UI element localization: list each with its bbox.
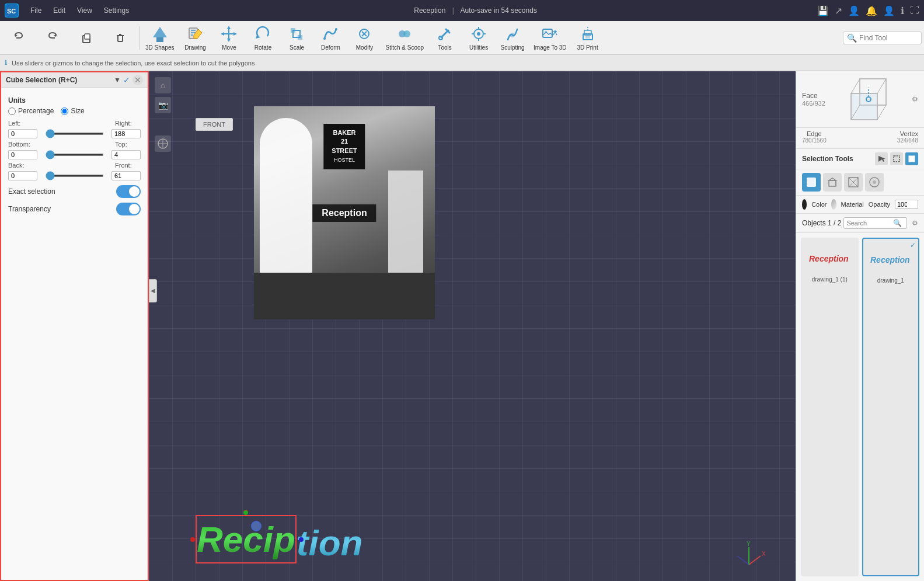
- objects-grid: Reception drawing_1 (1) ✓ Reception draw…: [796, 233, 924, 581]
- svg-text:SC: SC: [7, 8, 16, 15]
- transform-gizmo[interactable]: [251, 521, 261, 531]
- ctrl-dot-right[interactable]: [299, 537, 304, 542]
- share-icon[interactable]: ↗: [835, 5, 842, 16]
- find-tool-area[interactable]: 🔍: [843, 32, 922, 44]
- save-icon[interactable]: 💾: [817, 5, 829, 16]
- menu-edit[interactable]: Edit: [48, 4, 70, 17]
- tool-3d-print[interactable]: 3D Print: [571, 22, 604, 53]
- user-icon[interactable]: 👤: [883, 5, 895, 16]
- color-picker[interactable]: [802, 199, 807, 210]
- sel-tool-face[interactable]: [905, 152, 918, 165]
- object-card-2[interactable]: ✓ Reception drawing_1: [862, 238, 920, 576]
- left-input[interactable]: [8, 129, 37, 138]
- front-label-text: Front:: [115, 162, 138, 169]
- object-name-1: drawing_1 (1): [812, 276, 848, 283]
- redo-button[interactable]: [36, 26, 69, 50]
- objects-settings-icon[interactable]: ⚙: [912, 219, 918, 227]
- percentage-option[interactable]: Percentage: [8, 107, 54, 115]
- size-radio[interactable]: [61, 107, 68, 115]
- rotate-label: Rotate: [254, 44, 271, 51]
- mode-wireframe[interactable]: [844, 173, 863, 192]
- tool-modify[interactable]: Modify: [348, 22, 381, 53]
- panel-close-icon[interactable]: ✕: [133, 75, 143, 85]
- menu-view[interactable]: View: [72, 4, 97, 17]
- objects-search-box[interactable]: 🔍: [843, 217, 907, 229]
- tool-drawing[interactable]: Drawing: [179, 22, 211, 53]
- left-slider[interactable]: [46, 133, 104, 135]
- ctrl-dot-left[interactable]: [190, 537, 195, 542]
- edge-info: Edge 780/1560: [802, 130, 827, 144]
- menu-bar: SC File Edit View Settings Reception | A…: [0, 0, 924, 21]
- bottom-input[interactable]: [8, 150, 37, 159]
- percentage-radio[interactable]: [8, 107, 16, 115]
- panel-collapse-button[interactable]: ◀: [149, 279, 157, 302]
- face-section: Face 466/932 ⚙: [796, 71, 924, 128]
- opacity-input[interactable]: [895, 200, 918, 209]
- menu-file[interactable]: File: [26, 4, 46, 17]
- face-count: 466/932: [802, 100, 825, 107]
- bottom-slider[interactable]: [46, 154, 104, 156]
- sel-tool-box[interactable]: [890, 152, 903, 165]
- nav-camera-button[interactable]: 📷: [155, 97, 171, 113]
- 3d-view-icon: [845, 76, 892, 123]
- bell-icon[interactable]: 🔔: [866, 5, 877, 16]
- exact-selection-toggle[interactable]: [116, 185, 141, 198]
- delete-button[interactable]: [104, 26, 137, 50]
- transparency-toggle[interactable]: [116, 203, 141, 215]
- back-slider[interactable]: [46, 175, 104, 177]
- gizmo-button[interactable]: [155, 135, 171, 152]
- fullscreen-icon[interactable]: ⛶: [910, 5, 919, 16]
- vertex-info: Vertex 324/648: [897, 130, 918, 144]
- size-option[interactable]: Size: [61, 107, 84, 115]
- tool-stitch-scoop[interactable]: Stitch & Scoop: [382, 22, 427, 53]
- tool-utilities[interactable]: Utilities: [462, 22, 495, 53]
- objects-search-input[interactable]: [846, 220, 893, 227]
- back-input[interactable]: [8, 171, 37, 180]
- tool-tools[interactable]: Tools: [428, 22, 461, 53]
- svg-text:Reception: Reception: [809, 254, 849, 263]
- mode-other[interactable]: [865, 173, 884, 192]
- utilities-label: Utilities: [469, 44, 488, 51]
- mode-face[interactable]: [802, 173, 821, 192]
- edge-count: 780/1560: [802, 137, 827, 144]
- object-card-1[interactable]: Reception drawing_1 (1): [801, 238, 859, 576]
- svg-marker-16: [227, 39, 231, 42]
- find-tool-input[interactable]: [859, 34, 918, 42]
- profile-icon[interactable]: 👤: [848, 5, 860, 16]
- panel-confirm-icon[interactable]: ✓: [123, 75, 130, 85]
- copy-icon: [77, 29, 96, 47]
- undo-button[interactable]: [2, 26, 35, 50]
- ctrl-dot-green-top[interactable]: [243, 510, 248, 515]
- svg-rect-3: [85, 34, 90, 39]
- tool-move[interactable]: Move: [212, 22, 245, 53]
- mode-icons-row: [796, 169, 924, 196]
- face-gear-icon[interactable]: ⚙: [912, 95, 918, 103]
- info-icon[interactable]: ℹ: [901, 5, 904, 16]
- material-label: Material: [841, 201, 864, 208]
- svg-rect-62: [829, 180, 836, 186]
- tool-image-to-3d[interactable]: Image To 3D: [530, 22, 570, 53]
- nav-buttons: ⌂ 📷: [155, 77, 171, 113]
- tool-rotate[interactable]: Rotate: [246, 22, 279, 53]
- sel-tool-arrow[interactable]: [875, 152, 888, 165]
- front-input[interactable]: [111, 171, 141, 180]
- 3d-print-icon: [578, 25, 597, 43]
- mode-cube[interactable]: [823, 173, 842, 192]
- svg-rect-8: [156, 37, 163, 42]
- panel-dropdown-icon[interactable]: ▼: [114, 76, 121, 84]
- nav-home-button[interactable]: ⌂: [155, 77, 171, 93]
- menu-settings[interactable]: Settings: [99, 4, 134, 17]
- top-input[interactable]: [111, 150, 141, 159]
- svg-text:X: X: [762, 551, 766, 557]
- material-picker[interactable]: [831, 199, 836, 210]
- svg-point-27: [403, 30, 410, 37]
- right-input[interactable]: [111, 129, 141, 138]
- tool-3d-shapes[interactable]: 3D Shapes: [142, 22, 177, 53]
- tool-deform[interactable]: Deform: [314, 22, 347, 53]
- chevron-left-icon: ◀: [151, 287, 155, 294]
- copy-button[interactable]: [70, 26, 103, 50]
- viewport[interactable]: ⌂ 📷 FRONT BAKER21STREETHOSTEL: [149, 71, 796, 581]
- tool-scale[interactable]: Scale: [280, 22, 313, 53]
- transparency-slider: [116, 203, 141, 215]
- tool-sculpting[interactable]: Sculpting: [496, 22, 529, 53]
